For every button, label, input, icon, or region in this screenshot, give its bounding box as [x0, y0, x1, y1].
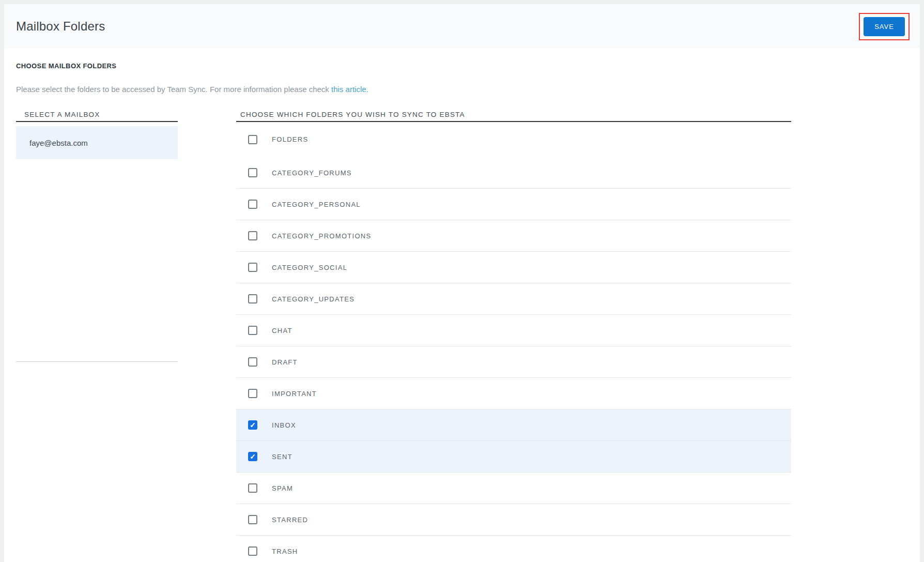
folder-label: TRASH: [272, 548, 298, 555]
folder-checkbox[interactable]: [248, 263, 257, 272]
columns: SELECT A MAILBOX faye@ebsta.com CHOOSE W…: [16, 110, 920, 562]
mailbox-item[interactable]: faye@ebsta.com: [16, 126, 178, 159]
page-title: Mailbox Folders: [16, 19, 105, 34]
folder-checkbox[interactable]: [248, 168, 257, 177]
folder-checkbox[interactable]: [248, 389, 257, 398]
page-header: Mailbox Folders SAVE: [4, 4, 920, 49]
folder-label: CATEGORY_FORUMS: [272, 169, 352, 177]
folder-row: IMPORTANT: [236, 378, 791, 409]
folder-label: FOLDERS: [272, 135, 309, 143]
folder-row: SPAM: [236, 473, 791, 504]
folder-row: STARRED: [236, 504, 791, 536]
folders-panel: CHOOSE WHICH FOLDERS YOU WISH TO SYNC TO…: [236, 110, 791, 562]
folder-row: TRASH: [236, 536, 791, 562]
folder-label: CATEGORY_SOCIAL: [272, 264, 347, 271]
folder-label: DRAFT: [272, 358, 298, 366]
folder-label: INBOX: [272, 421, 296, 429]
folder-label: CATEGORY_PROMOTIONS: [272, 232, 372, 240]
folder-checkbox[interactable]: [248, 200, 257, 209]
folder-row: CATEGORY_PROMOTIONS: [236, 220, 791, 252]
mailbox-panel-header: SELECT A MAILBOX: [16, 110, 178, 122]
mailbox-list: faye@ebsta.com: [16, 126, 178, 362]
mailbox-email: faye@ebsta.com: [29, 139, 88, 147]
save-button[interactable]: SAVE: [864, 17, 905, 36]
folder-label: SPAM: [272, 484, 293, 492]
folder-label: CATEGORY_PERSONAL: [272, 201, 361, 208]
folder-checkbox[interactable]: [248, 135, 257, 144]
folder-row: CATEGORY_SOCIAL: [236, 252, 791, 283]
folder-row: CATEGORY_FORUMS: [236, 157, 791, 189]
this-article-link[interactable]: this article.: [331, 85, 368, 94]
folder-label: CHAT: [272, 327, 292, 335]
folder-checkbox[interactable]: [248, 294, 257, 303]
mailbox-folders-page: Mailbox Folders SAVE CHOOSE MAILBOX FOLD…: [0, 0, 924, 562]
folder-label: STARRED: [272, 516, 308, 524]
folder-label: CATEGORY_UPDATES: [272, 295, 355, 303]
folder-checkbox[interactable]: [248, 420, 257, 430]
section-heading: CHOOSE MAILBOX FOLDERS: [16, 62, 920, 70]
section-description: Please select the folders to be accessed…: [16, 84, 920, 95]
folder-row: INBOX: [236, 409, 791, 441]
folder-checkbox[interactable]: [248, 357, 257, 367]
folder-checkbox[interactable]: [248, 231, 257, 240]
folder-row: FOLDERS: [236, 124, 791, 155]
folder-row: CATEGORY_UPDATES: [236, 283, 791, 315]
folder-checkbox[interactable]: [248, 483, 257, 493]
folder-list: FOLDERS CATEGORY_FORUMS CATEGORY_PERSONA…: [236, 124, 791, 562]
folder-label: IMPORTANT: [272, 390, 317, 398]
description-text: Please select the folders to be accessed…: [16, 85, 331, 94]
folder-row: DRAFT: [236, 346, 791, 378]
mailbox-panel: SELECT A MAILBOX faye@ebsta.com: [16, 110, 178, 362]
save-annotation-box: SAVE: [859, 13, 910, 40]
folder-checkbox[interactable]: [248, 546, 257, 556]
folder-row: SENT: [236, 441, 791, 473]
folder-row: CATEGORY_PERSONAL: [236, 189, 791, 220]
folder-checkbox[interactable]: [248, 515, 257, 524]
folders-panel-header: CHOOSE WHICH FOLDERS YOU WISH TO SYNC TO…: [236, 110, 791, 122]
folder-row: CHAT: [236, 315, 791, 346]
folder-checkbox[interactable]: [248, 452, 257, 461]
folder-label: SENT: [272, 453, 292, 461]
content-card: CHOOSE MAILBOX FOLDERS Please select the…: [4, 49, 920, 562]
folder-checkbox[interactable]: [248, 326, 257, 335]
